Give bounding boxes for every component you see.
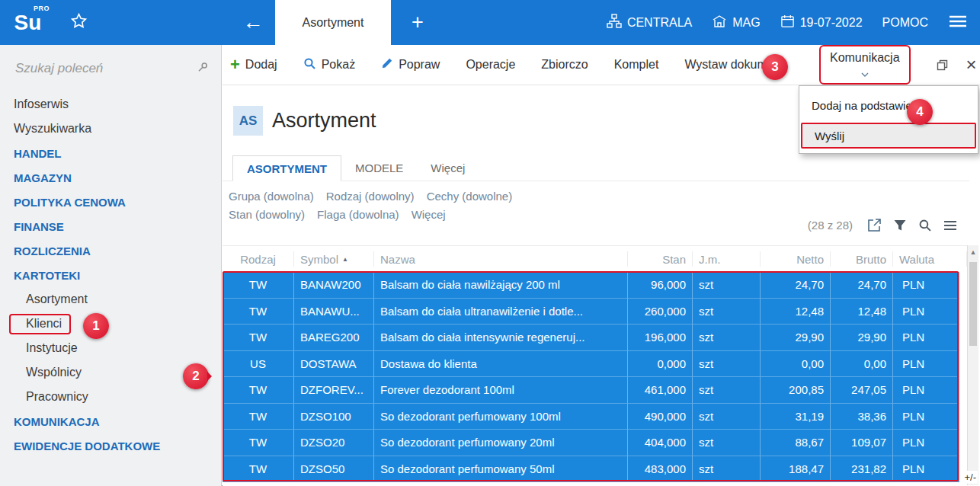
command-search-input[interactable] [15,61,191,76]
app-logo[interactable]: Su PRO [0,0,56,45]
bulk-menu[interactable]: Zbiorczo [541,58,588,72]
pin-icon[interactable] [197,62,209,76]
column-header-label: Waluta [899,253,934,266]
show-button[interactable]: Pokaż [303,57,355,73]
table-row[interactable]: TWDZSO50So dezodorant perfumowany 50ml48… [223,456,959,483]
sidebar-item-handel[interactable]: HANDEL [0,141,221,165]
cell-waluta: PLN [893,456,959,483]
pencil-icon [381,57,393,72]
cell-nazwa: Dostawa do klienta [374,351,628,378]
new-tab-button[interactable]: + [391,0,444,45]
main-menu-button[interactable] [948,14,968,32]
table-row[interactable]: USDOSTAWADostawa do klienta0,000szt0,000… [223,351,959,378]
warehouse-label: MAG [732,16,760,30]
table-row[interactable]: TWBANAW200Balsam do ciała nawilżający 20… [223,272,959,299]
table-body: TWBANAW200Balsam do ciała nawilżający 20… [223,272,959,486]
communication-menu[interactable]: Komunikacja [819,45,911,85]
column-header-stan[interactable]: Stan [628,251,693,267]
cell-nazwa: Balsam do ciała intensywnie regeneruj... [374,325,628,351]
add-button[interactable]: + Dodaj [230,56,277,73]
tool-label: Popraw [399,58,440,72]
tab-modele[interactable]: MODELE [341,155,417,181]
menu-icon[interactable] [943,220,957,231]
cell-symbol: DZSO100 [294,404,374,430]
help-menu[interactable]: POMOC [882,16,928,30]
sidebar-item-magazyn[interactable]: MAGAZYN [0,165,221,190]
back-button[interactable]: ← [231,0,275,45]
sidebar-item-rozliczenia[interactable]: ROZLICZENIA [0,238,221,263]
column-header-symbol[interactable]: Symbol▲ [294,251,374,267]
warehouse-selector[interactable]: MAG [712,14,760,32]
filter-rodzaj-dowolny[interactable]: Rodzaj (dowolny) [326,190,415,203]
favorites-button[interactable] [56,0,101,45]
filter-line-1: Grupa (dowolna)Rodzaj (dowolny)Cechy (do… [229,190,512,203]
scrollbar-thumb[interactable] [969,262,977,346]
scroll-up-icon[interactable]: ▲ [968,249,978,256]
chevron-down-icon [861,66,869,80]
column-header-rodzaj[interactable]: Rodzaj [223,251,294,267]
cell-nazwa: So dezodorant perfumowany 20ml [374,430,628,456]
filter-cechy-dowolne[interactable]: Cechy (dowolne) [427,190,513,203]
sidebar-item-komunikacja[interactable]: KOMUNIKACJA [0,409,221,433]
topbar: Su PRO ← Asortyment + CENTRALA MAG 19-07… [0,0,980,45]
sidebar-item-kartoteki[interactable]: KARTOTEKI [0,263,221,287]
tool-label: Zbiorczo [541,58,588,72]
tool-label: Dodaj [245,58,277,72]
warehouse-icon [712,14,727,32]
cell-stan: 483,000 [628,456,693,483]
hamburger-icon [948,14,968,32]
sidebar-item-polityka-cenowa[interactable]: POLITYKA CENOWA [0,190,221,214]
table-row[interactable]: TWDZFOREV...Forever dezodorant 100ml461,… [223,377,959,404]
edit-button[interactable]: Popraw [381,57,440,72]
cell-symbol: BAREG200 [294,325,374,351]
sidebar-item-wyszukiwarka[interactable]: Wyszukiwarka [0,117,221,141]
column-header-waluta[interactable]: Waluta [893,251,967,267]
sidebar-item-ewidencje-dodatkowe[interactable]: EWIDENCJE DODATKOWE [0,433,221,458]
cell-stan: 260,000 [628,299,693,325]
table-row[interactable]: TWDZSO100So dezodorant perfumowany 100ml… [223,404,959,430]
cell-j-m: szt [693,430,761,456]
close-button[interactable]: × [966,56,977,74]
table-row[interactable]: TWBANAWU...Balsam do ciała ultranawilżen… [223,299,959,325]
sidebar-item-finanse[interactable]: FINANSE [0,214,221,238]
bundle-menu[interactable]: Komplet [614,58,659,72]
filter-icon[interactable] [893,219,907,232]
sidebar-item-instytucje[interactable]: Instytucje [0,336,221,360]
sidebar-item-klienci[interactable]: Klienci [0,312,221,336]
column-header-netto[interactable]: Netto [761,251,831,267]
calendar-icon [780,14,795,31]
cell-stan: 461,000 [628,377,693,404]
sidebar-item-asortyment[interactable]: Asortyment [0,287,221,312]
column-header-j-m[interactable]: J.m. [693,251,761,267]
date-selector[interactable]: 19-07-2022 [780,14,863,31]
operations-menu[interactable]: Operacje [466,58,515,72]
tab-asortyment-window[interactable]: Asortyment [275,0,391,45]
menu-item-send[interactable]: Wyślij [801,123,976,149]
sidebar-item-label: Wspólnicy [26,366,82,379]
column-header-nazwa[interactable]: Nazwa [374,251,628,267]
cell-j-m: szt [693,377,761,404]
sidebar-item-label: Wyszukiwarka [14,122,91,136]
menu-item-add-based-on[interactable]: Dodaj na podstawie [799,90,978,120]
cell-waluta: PLN [893,377,959,404]
tab-asortyment[interactable]: ASORTYMENT [232,155,341,181]
table-row[interactable]: TWBAREG200Balsam do ciała intensywnie re… [223,325,959,351]
table-row[interactable]: TWDZSO20So dezodorant perfumowany 20ml40… [223,430,959,456]
sidebar-item-pracownicy[interactable]: Pracownicy [0,385,221,409]
filter-grupa-dowolna[interactable]: Grupa (dowolna) [229,190,314,203]
filter-flaga-dowolna[interactable]: Flaga (dowolna) [317,208,399,221]
logo-text: Su [14,11,42,35]
vertical-scrollbar[interactable]: ▲ [967,245,978,485]
export-icon[interactable] [867,218,882,232]
sidebar-item-label: Infoserwis [14,98,69,111]
filter-więcej[interactable]: Więcej [412,208,446,221]
column-header-brutto[interactable]: Brutto [831,251,893,267]
filter-stan-dowolny[interactable]: Stan (dowolny) [229,208,305,221]
restore-window-button[interactable] [937,59,948,71]
cell-rodzaj: US [223,351,294,378]
branch-label: CENTRALA [627,16,692,30]
search-icon[interactable] [918,219,932,232]
sidebar-item-infoserwis[interactable]: Infoserwis [0,92,221,117]
branch-selector[interactable]: CENTRALA [607,14,692,32]
tab-wiecej[interactable]: Więcej [417,155,479,181]
